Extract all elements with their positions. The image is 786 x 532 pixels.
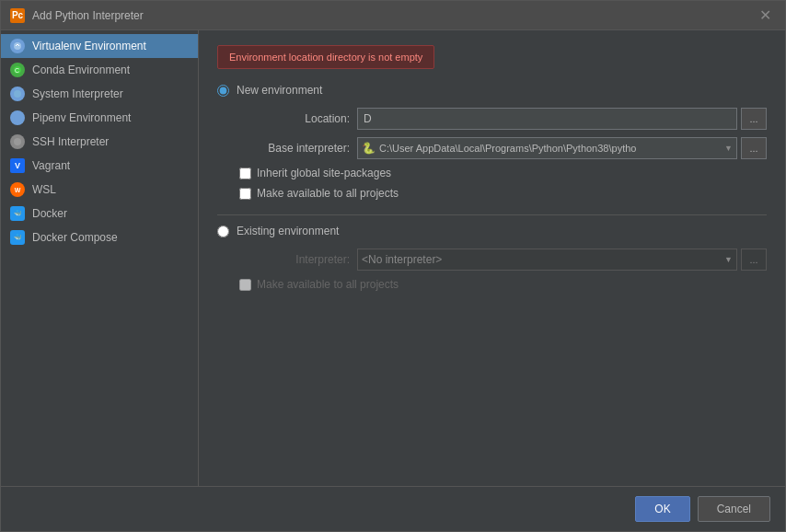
sidebar-item-docker-compose[interactable]: 🐳 Docker Compose	[1, 226, 198, 249]
sidebar-item-docker[interactable]: 🐳 Docker	[1, 202, 198, 226]
base-interpreter-input-group: 🐍 C:\User AppData\Local\Programs\Python\…	[357, 137, 767, 159]
inherit-packages-checkbox[interactable]	[239, 168, 251, 179]
existing-environment-section: Existing environment	[217, 214, 767, 237]
interpreter-row: Interpreter: <No interpreter> ▼ ...	[239, 249, 767, 271]
inherit-packages-label: Inherit global site-packages	[257, 167, 391, 179]
existing-environment-fields: Interpreter: <No interpreter> ▼ ... Make…	[239, 249, 767, 291]
interpreter-select-wrapper[interactable]: <No interpreter> ▼	[357, 249, 737, 271]
make-available-existing-checkbox[interactable]	[239, 279, 251, 291]
svg-point-3	[14, 90, 21, 98]
ssh-icon	[10, 134, 25, 149]
close-button[interactable]: ✕	[754, 5, 776, 27]
cancel-button[interactable]: Cancel	[698, 496, 770, 522]
location-row: Location: ...	[239, 108, 767, 130]
make-available-row: Make available to all projects	[239, 187, 767, 200]
vagrant-icon: V	[10, 158, 25, 173]
docker-icon: 🐳	[10, 206, 25, 221]
pipenv-icon	[10, 110, 25, 125]
sidebar-item-label: SSH Interpreter	[32, 135, 109, 148]
app-icon: Pc	[10, 8, 25, 23]
chevron-down-icon: ▼	[724, 144, 733, 153]
sidebar-item-virtualenv[interactable]: Virtualenv Environment	[1, 34, 198, 58]
sidebar-item-label: Docker Compose	[32, 231, 118, 244]
sidebar-item-label: Pipenv Environment	[32, 111, 131, 124]
make-available-existing-row: Make available to all projects	[239, 278, 767, 291]
make-available-existing-label: Make available to all projects	[257, 278, 399, 291]
sidebar-item-vagrant[interactable]: V Vagrant	[1, 154, 198, 178]
virtualenv-icon	[10, 39, 25, 53]
add-python-interpreter-dialog: Pc Add Python Interpreter ✕ Virtualenv E…	[0, 0, 786, 532]
dialog-content: Virtualenv Environment C Conda Environme…	[1, 30, 785, 486]
existing-environment-label: Existing environment	[237, 225, 339, 237]
sidebar: Virtualenv Environment C Conda Environme…	[1, 30, 199, 486]
sidebar-item-wsl[interactable]: W WSL	[1, 178, 198, 202]
existing-environment-radio[interactable]	[217, 226, 229, 237]
docker-compose-icon: 🐳	[10, 230, 25, 245]
ok-button[interactable]: OK	[635, 496, 689, 522]
make-available-label: Make available to all projects	[257, 187, 399, 200]
dialog-footer: OK Cancel	[1, 486, 785, 531]
main-panel: Environment location directory is not em…	[199, 30, 785, 486]
make-available-checkbox[interactable]	[239, 188, 251, 200]
base-interpreter-browse-button[interactable]: ...	[741, 137, 767, 159]
location-input[interactable]	[357, 108, 737, 130]
dialog-title: Add Python Interpreter	[32, 9, 754, 22]
sidebar-item-label: Virtualenv Environment	[32, 40, 146, 52]
svg-point-0	[14, 42, 21, 50]
sidebar-item-conda[interactable]: C Conda Environment	[1, 58, 198, 82]
new-environment-fields: Location: ... Base interpreter: 🐍 C:\Use…	[239, 108, 767, 200]
system-icon	[10, 87, 25, 101]
interpreter-browse-button[interactable]: ...	[741, 249, 767, 271]
svg-point-5	[14, 138, 21, 145]
inherit-packages-row: Inherit global site-packages	[239, 167, 767, 179]
new-environment-section: New environment	[217, 84, 767, 97]
wsl-icon: W	[10, 182, 25, 197]
svg-text:C: C	[15, 67, 19, 74]
python-icon: 🐍	[362, 142, 376, 155]
base-interpreter-label: Base interpreter:	[239, 142, 350, 155]
error-banner: Environment location directory is not em…	[217, 45, 434, 69]
title-bar: Pc Add Python Interpreter ✕	[1, 1, 785, 30]
location-input-group: ...	[357, 108, 767, 130]
interpreter-input-group: <No interpreter> ▼ ...	[357, 249, 767, 271]
sidebar-item-label: WSL	[32, 183, 56, 196]
sidebar-item-pipenv[interactable]: Pipenv Environment	[1, 106, 198, 130]
conda-icon: C	[10, 63, 25, 77]
location-label: Location:	[239, 112, 350, 125]
svg-point-4	[14, 114, 21, 121]
new-environment-radio[interactable]	[217, 85, 229, 97]
sidebar-item-label: Vagrant	[32, 159, 70, 172]
sidebar-item-label: Conda Environment	[32, 64, 130, 76]
sidebar-item-system[interactable]: System Interpreter	[1, 82, 198, 106]
location-browse-button[interactable]: ...	[741, 108, 767, 130]
sidebar-item-ssh[interactable]: SSH Interpreter	[1, 130, 198, 154]
new-environment-label: New environment	[237, 84, 322, 97]
chevron-down-icon: ▼	[724, 255, 733, 264]
base-interpreter-value: C:\User AppData\Local\Programs\Python\Py…	[379, 143, 722, 154]
base-interpreter-row: Base interpreter: 🐍 C:\User AppData\Loca…	[239, 137, 767, 159]
sidebar-item-label: System Interpreter	[32, 87, 123, 100]
sidebar-item-label: Docker	[32, 207, 67, 220]
interpreter-label: Interpreter:	[239, 253, 350, 266]
base-interpreter-select-wrapper: 🐍 C:\User AppData\Local\Programs\Python\…	[357, 137, 737, 159]
interpreter-value: <No interpreter>	[362, 253, 722, 266]
